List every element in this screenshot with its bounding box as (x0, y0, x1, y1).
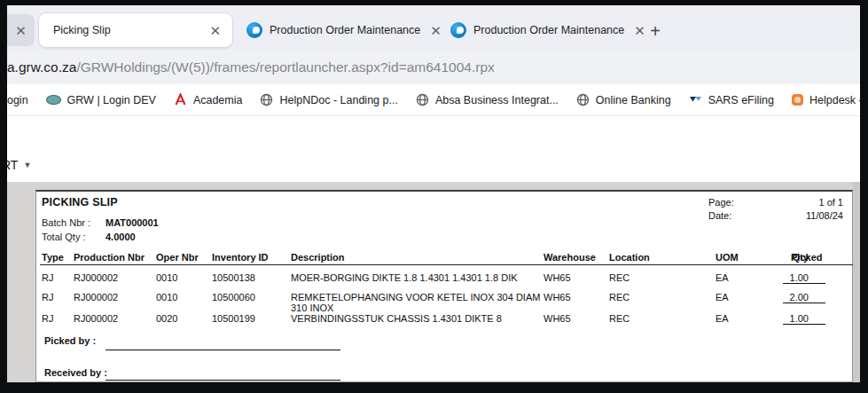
table-row-cell: RJ000002 (74, 313, 118, 324)
table-row-cell: 0010 (156, 292, 177, 303)
table-row-cell: EA (716, 313, 729, 324)
header-rule (40, 264, 853, 265)
table-row-cell: EA (716, 292, 729, 303)
bookmark-label: Academia (193, 94, 243, 106)
window-border-left (0, 0, 7, 393)
table-row-cell: REC (609, 313, 629, 324)
table-row-cell: 10500199 (212, 313, 255, 324)
url-domain: a.grw.co.za (7, 59, 76, 75)
globe-icon (416, 93, 429, 106)
tab-production-order-2[interactable]: Production Order Maintenance ✕ (443, 12, 655, 48)
grw-oval-icon (46, 95, 61, 105)
tab-partial-left[interactable]: ✕ (7, 14, 35, 46)
vertical-scrollbar[interactable] (853, 182, 860, 382)
bookmark-online-banking[interactable]: Online Banking (576, 93, 671, 106)
table-row-cell: WH65 (543, 313, 571, 324)
table-row-cell: WH65 (543, 292, 571, 303)
table-row-cell: 0010 (156, 272, 177, 283)
chevron-down-icon: ▼ (23, 161, 31, 169)
col-oper-nbr: Oper Nbr (156, 252, 199, 263)
col-location: Location (609, 252, 650, 263)
table-row-cell: EA (716, 272, 729, 283)
bookmark-helpndoc[interactable]: HelpNDoc - Landing p... (260, 93, 397, 106)
table-row-cell: RJ (42, 313, 53, 324)
bookmark-helpdesk-herotel[interactable]: Helpdesk - Herotel Bre... (792, 94, 868, 106)
col-description: Description (291, 252, 345, 263)
table-row-cell: 10500060 (212, 292, 255, 303)
browser-window: ✕ Picking Slip ✕ Production Order Mainte… (0, 0, 868, 393)
globe-icon (260, 93, 273, 106)
address-bar[interactable]: a.grw.co.za/GRWHoldings/(W(5))/frames/re… (7, 51, 860, 85)
table-row-cell: RJ000002 (74, 272, 118, 283)
picked-by-line (106, 350, 340, 350)
received-by-line (106, 380, 340, 381)
bookmark-sars-efiling[interactable]: SARS eFiling (689, 93, 774, 106)
batch-nbr-label: Batch Nbr : (42, 217, 90, 228)
picked-write-in-line (783, 324, 825, 325)
table-row-cell: 2.00 (755, 292, 809, 303)
table-row-cell: 1.00 (755, 313, 809, 324)
table-row-cell: 1.00 (755, 272, 809, 283)
bookmark-label: GRW | Login DEV (67, 94, 156, 106)
bookmark-academia[interactable]: Academia (174, 93, 243, 106)
report-viewer: PICKING SLIP Page: 1 of 1 Date: 11/08/24… (7, 182, 860, 382)
table-row-cell: RJ000002 (74, 292, 118, 303)
table-row-cell: REC (609, 292, 629, 303)
page-value: 1 of 1 (763, 197, 843, 208)
new-tab-button[interactable]: + (644, 20, 667, 43)
table-row-cell: MOER-BORGING DIKTE 1.8 1.4301 1.4301 1.8… (291, 272, 541, 283)
tab-bar: ✕ Picking Slip ✕ Production Order Mainte… (7, 5, 860, 51)
col-inventory-id: Inventory ID (212, 252, 269, 263)
bookmarks-bar: Login GRW | Login DEV Academia HelpNDoc … (0, 84, 868, 116)
picking-slip-page: PICKING SLIP Page: 1 of 1 Date: 11/08/24… (35, 190, 853, 382)
page-label: Page: (708, 197, 744, 208)
close-icon[interactable]: ✕ (12, 23, 29, 38)
table-row-cell: RJ (42, 272, 53, 283)
url-path: /GRWHoldings/(W(5))/frames/reportlaunche… (76, 59, 494, 75)
academia-a-icon (174, 93, 187, 106)
date-value: 11/08/24 (763, 210, 843, 221)
tab-label: Production Order Maintenance (270, 24, 420, 36)
acumatica-icon (246, 22, 262, 38)
table-row-cell: WH65 (543, 272, 571, 283)
plus-icon: + (650, 21, 661, 42)
total-qty-value: 4.0000 (106, 232, 136, 242)
col-warehouse: Warehouse (543, 252, 596, 263)
date-label: Date: (708, 210, 744, 221)
picked-by-label: Picked by : (44, 335, 96, 346)
close-icon[interactable]: ✕ (427, 23, 444, 38)
report-title: PICKING SLIP (42, 196, 118, 208)
table-row-cell: VERBINDINGSSTUK CHASSIS 1.4301 DIKTE 8 (291, 313, 541, 324)
acumatica-icon (450, 22, 466, 38)
bookmark-absa[interactable]: Absa Business Integrat... (416, 93, 559, 106)
tab-production-order-1[interactable]: Production Order Maintenance ✕ (239, 12, 451, 48)
bookmark-label: HelpNDoc - Landing p... (279, 94, 397, 106)
tab-picking-slip[interactable]: Picking Slip ✕ (38, 12, 233, 48)
close-icon[interactable]: ✕ (207, 23, 223, 38)
window-border-top (0, 0, 868, 5)
bookmark-label: Absa Business Integrat... (435, 94, 559, 106)
globe-icon (576, 93, 590, 106)
tab-label: Picking Slip (53, 24, 207, 36)
table-row-cell: RJ (42, 292, 53, 303)
col-production-nbr: Production Nbr (74, 252, 145, 263)
page-toolbar-area: RT ▼ (7, 117, 860, 182)
received-by-label: Received by : (44, 367, 107, 378)
col-uom: UOM (716, 252, 739, 263)
table-row-cell: REC (609, 272, 629, 283)
batch-nbr-value: MAT000001 (106, 217, 159, 228)
table-row-cell: 0020 (156, 313, 177, 324)
sars-flag-icon (689, 93, 702, 106)
picked-write-in-line (783, 303, 825, 303)
picked-write-in-line (783, 283, 825, 284)
table-row-cell: 10500138 (212, 272, 255, 283)
col-type: Type (42, 252, 64, 263)
tab-label: Production Order Maintenance (473, 24, 624, 36)
url-text: a.grw.co.za/GRWHoldings/(W(5))/frames/re… (7, 59, 495, 75)
col-picked: Picked (791, 252, 822, 263)
window-border-right (860, 0, 868, 393)
bookmark-grw-login-dev[interactable]: GRW | Login DEV (46, 94, 156, 106)
table-row-cell: REMKETELOPHANGING VOOR KETEL INOX 304 DI… (291, 292, 541, 313)
bookmark-label: Online Banking (596, 94, 671, 106)
total-qty-label: Total Qty : (42, 232, 86, 242)
